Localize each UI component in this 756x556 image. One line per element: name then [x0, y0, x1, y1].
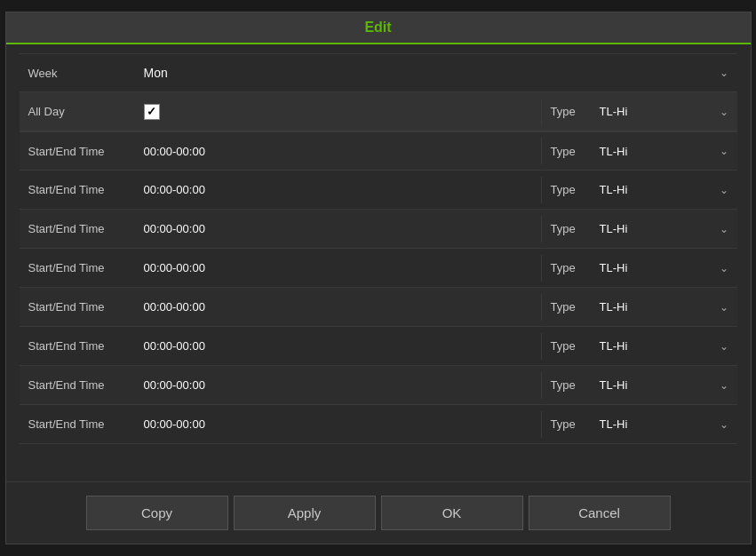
edit-dialog: Edit Week Mon ⌄ All Day Type TL-Hi ⌄ Sta…: [5, 12, 752, 544]
time-row-3-type-label: Type: [542, 254, 595, 282]
time-row-7-type-chevron-icon[interactable]: ⌄: [720, 418, 737, 431]
time-rows-container: Start/End Time 00:00-00:00 Type TL-Hi ⌄ …: [20, 131, 737, 444]
dialog-title: Edit: [6, 12, 751, 44]
time-row-2: Start/End Time 00:00-00:00 Type TL-Hi ⌄: [20, 210, 737, 249]
time-row-1-label: Start/End Time: [20, 176, 135, 203]
time-row-1-type-label: Type: [542, 176, 595, 203]
allday-type-label: Type: [542, 98, 595, 125]
footer: Copy Apply OK Cancel: [6, 481, 751, 544]
time-row-3-type-section: Type TL-Hi ⌄: [542, 254, 737, 282]
time-row-5-value[interactable]: 00:00-00:00: [135, 332, 541, 360]
allday-checkbox[interactable]: [135, 97, 541, 127]
time-row-0-value[interactable]: 00:00-00:00: [135, 138, 541, 165]
time-row-4: Start/End Time 00:00-00:00 Type TL-Hi ⌄: [20, 288, 737, 327]
time-row-4-type-section: Type TL-Hi ⌄: [542, 293, 737, 321]
time-row-5: Start/End Time 00:00-00:00 Type TL-Hi ⌄: [20, 327, 737, 366]
time-row-3-label: Start/End Time: [20, 254, 135, 282]
time-row-2-type-section: Type TL-Hi ⌄: [542, 215, 737, 242]
week-value: Mon: [144, 66, 720, 80]
allday-row: All Day Type TL-Hi ⌄: [20, 92, 737, 131]
time-row-4-label: Start/End Time: [20, 293, 135, 321]
time-row-5-type-section: Type TL-Hi ⌄: [542, 332, 737, 360]
copy-button[interactable]: Copy: [86, 496, 228, 530]
time-row-7-value[interactable]: 00:00-00:00: [135, 410, 541, 438]
time-row-3: Start/End Time 00:00-00:00 Type TL-Hi ⌄: [20, 249, 737, 288]
time-row-5-type-value: TL-Hi: [595, 332, 720, 360]
time-row-6-type-value: TL-Hi: [595, 371, 720, 399]
time-row-4-value[interactable]: 00:00-00:00: [135, 293, 541, 321]
time-row-7-type-value: TL-Hi: [595, 410, 720, 438]
time-row-5-type-label: Type: [542, 332, 595, 360]
time-row-0-type-value: TL-Hi: [595, 138, 720, 165]
time-row-0-type-label: Type: [542, 138, 595, 165]
time-row-1-type-section: Type TL-Hi ⌄: [542, 176, 737, 203]
week-select[interactable]: Mon ⌄: [135, 59, 737, 87]
allday-type-value: TL-Hi: [595, 98, 720, 125]
time-row-4-type-label: Type: [542, 293, 595, 321]
time-row-7-type-section: Type TL-Hi ⌄: [542, 410, 737, 438]
allday-type-section: Type TL-Hi ⌄: [542, 98, 737, 125]
time-row-3-type-value: TL-Hi: [595, 254, 720, 282]
week-label: Week: [20, 60, 135, 87]
time-row-0-type-chevron-icon[interactable]: ⌄: [720, 145, 737, 157]
allday-checkbox-display: [144, 104, 160, 120]
time-row-0-type-section: Type TL-Hi ⌄: [542, 138, 737, 165]
time-row-3-type-chevron-icon[interactable]: ⌄: [720, 262, 737, 274]
time-row-1-type-chevron-icon[interactable]: ⌄: [720, 184, 737, 196]
dialog-body: Week Mon ⌄ All Day Type TL-Hi ⌄ Start/En…: [6, 44, 751, 481]
time-row-5-label: Start/End Time: [20, 332, 135, 360]
time-row-7-type-label: Type: [542, 410, 595, 438]
time-row-2-label: Start/End Time: [20, 215, 135, 242]
allday-label: All Day: [20, 98, 135, 125]
time-row-2-type-chevron-icon[interactable]: ⌄: [720, 223, 737, 235]
time-row-2-type-label: Type: [542, 215, 595, 242]
time-row-7-label: Start/End Time: [20, 410, 135, 438]
cancel-button[interactable]: Cancel: [529, 496, 671, 530]
allday-type-chevron-icon[interactable]: ⌄: [720, 106, 737, 118]
week-row: Week Mon ⌄: [20, 53, 737, 92]
time-row-4-type-chevron-icon[interactable]: ⌄: [720, 301, 737, 314]
time-row-6-type-label: Type: [542, 371, 595, 399]
time-row-6-value[interactable]: 00:00-00:00: [135, 371, 541, 399]
time-row-4-type-value: TL-Hi: [595, 293, 720, 321]
apply-button[interactable]: Apply: [234, 496, 376, 530]
week-chevron-icon: ⌄: [720, 67, 728, 79]
time-row-2-value[interactable]: 00:00-00:00: [135, 215, 541, 242]
time-row-0-label: Start/End Time: [20, 138, 135, 165]
time-row-6: Start/End Time 00:00-00:00 Type TL-Hi ⌄: [20, 366, 737, 405]
ok-button[interactable]: OK: [381, 496, 523, 530]
time-row-7: Start/End Time 00:00-00:00 Type TL-Hi ⌄: [20, 405, 737, 444]
time-row-6-label: Start/End Time: [20, 371, 135, 399]
time-row-5-type-chevron-icon[interactable]: ⌄: [720, 340, 737, 353]
time-row-6-type-chevron-icon[interactable]: ⌄: [720, 379, 737, 392]
time-row-1-type-value: TL-Hi: [595, 176, 720, 203]
time-row-1: Start/End Time 00:00-00:00 Type TL-Hi ⌄: [20, 171, 737, 210]
time-row-0: Start/End Time 00:00-00:00 Type TL-Hi ⌄: [20, 131, 737, 171]
time-row-6-type-section: Type TL-Hi ⌄: [542, 371, 737, 399]
time-row-1-value[interactable]: 00:00-00:00: [135, 176, 541, 203]
time-row-3-value[interactable]: 00:00-00:00: [135, 254, 541, 282]
time-row-2-type-value: TL-Hi: [595, 215, 720, 242]
